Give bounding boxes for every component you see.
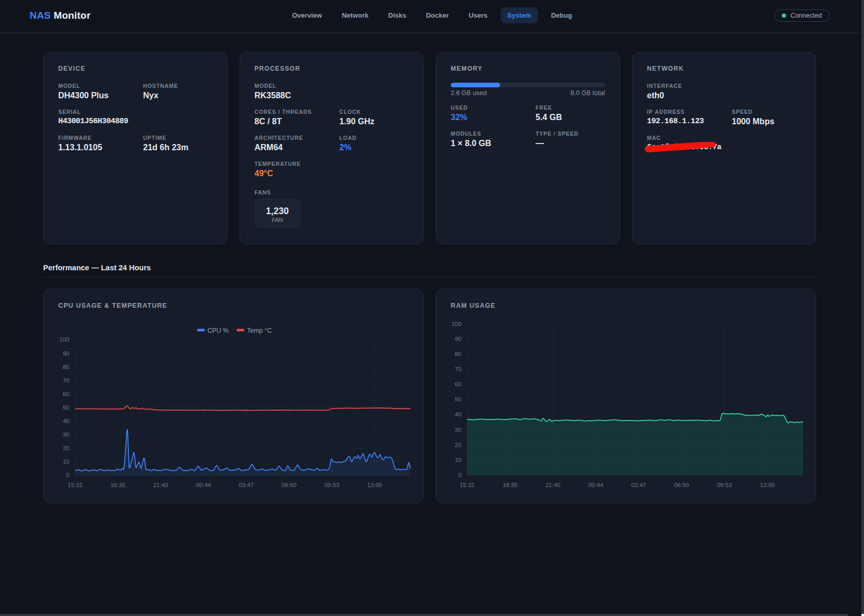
svg-text:20: 20: [455, 442, 462, 448]
svg-text:21:40: 21:40: [545, 482, 560, 488]
svg-text:70: 70: [63, 377, 70, 384]
svg-text:00:44: 00:44: [588, 482, 604, 488]
svg-text:20: 20: [63, 445, 70, 451]
svg-text:50: 50: [63, 404, 70, 411]
svg-text:0: 0: [66, 472, 69, 478]
svg-text:60: 60: [455, 381, 462, 387]
svg-text:09:53: 09:53: [717, 482, 732, 488]
svg-text:10: 10: [455, 457, 462, 463]
svg-text:13:00: 13:00: [367, 482, 382, 488]
svg-text:50: 50: [455, 396, 462, 402]
svg-text:15:32: 15:32: [460, 482, 475, 488]
svg-text:80: 80: [63, 364, 70, 370]
svg-text:06:50: 06:50: [282, 482, 297, 488]
svg-text:06:50: 06:50: [674, 482, 689, 488]
svg-text:100: 100: [59, 336, 69, 343]
svg-text:21:40: 21:40: [153, 482, 168, 488]
svg-text:100: 100: [451, 321, 461, 327]
svg-text:18:35: 18:35: [110, 482, 125, 488]
svg-text:00:44: 00:44: [196, 482, 211, 488]
svg-text:09:53: 09:53: [324, 482, 339, 488]
svg-text:Temp °C: Temp °C: [247, 327, 272, 334]
svg-text:40: 40: [63, 418, 70, 424]
svg-text:03:47: 03:47: [239, 482, 254, 488]
svg-text:40: 40: [455, 411, 462, 417]
svg-text:15:32: 15:32: [68, 482, 83, 488]
svg-text:90: 90: [455, 336, 462, 342]
svg-text:80: 80: [455, 351, 462, 357]
svg-text:90: 90: [63, 350, 70, 357]
svg-text:60: 60: [63, 391, 70, 397]
svg-text:CPU %: CPU %: [207, 327, 229, 334]
svg-text:30: 30: [455, 427, 462, 433]
svg-text:30: 30: [63, 431, 70, 438]
svg-text:03:47: 03:47: [631, 482, 646, 488]
svg-text:18:35: 18:35: [503, 482, 518, 488]
svg-text:13:00: 13:00: [760, 482, 775, 488]
svg-text:70: 70: [455, 366, 462, 372]
svg-text:10: 10: [63, 458, 70, 465]
svg-text:0: 0: [458, 472, 461, 478]
